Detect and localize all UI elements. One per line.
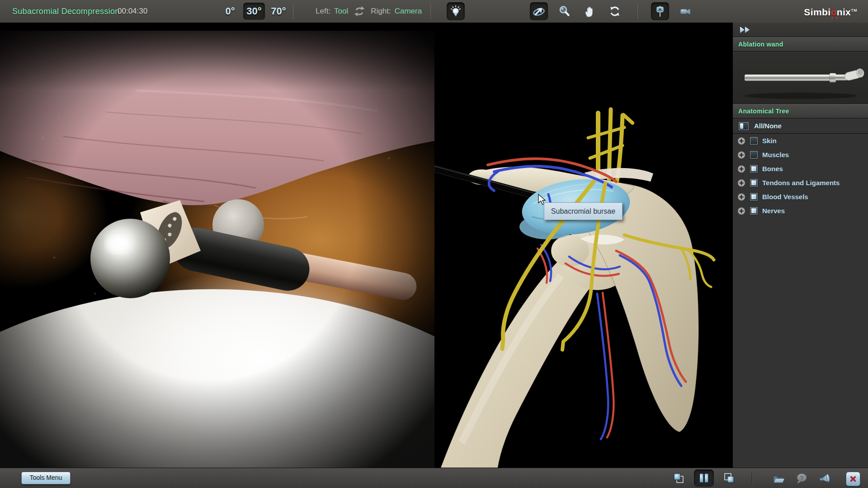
sidebar-collapse-strip bbox=[733, 23, 868, 37]
tool-panel-header: Ablation wand bbox=[733, 37, 868, 52]
anatomical-tree: All/None Skin Muscles Bones Tendons and bbox=[733, 118, 868, 218]
tree-item-label[interactable]: Tendons and Ligaments bbox=[762, 179, 840, 187]
procedure-title: Subacromial Decompression bbox=[12, 0, 120, 23]
layout-primary-left-icon[interactable] bbox=[669, 469, 689, 487]
scope-angle-0-button[interactable]: 0° bbox=[220, 3, 241, 20]
tree-item-label[interactable]: Blood Vessels bbox=[762, 193, 808, 201]
visibility-checkbox[interactable] bbox=[750, 137, 758, 145]
expand-plus-icon[interactable] bbox=[737, 179, 745, 187]
help-glyph: ? bbox=[800, 474, 804, 481]
divider bbox=[637, 4, 638, 19]
zoom-icon[interactable] bbox=[555, 2, 573, 20]
tree-item-label[interactable]: Nerves bbox=[762, 207, 785, 215]
endoscope-render bbox=[0, 23, 434, 468]
endoscopic-camera-view[interactable] bbox=[0, 23, 434, 468]
left-hand-value: Tool bbox=[334, 7, 348, 16]
divider bbox=[752, 471, 752, 485]
scope-angle-30-button[interactable]: 30° bbox=[243, 3, 265, 20]
tree-item-bones[interactable]: Bones bbox=[733, 162, 868, 176]
ablation-wand-panel bbox=[733, 52, 868, 104]
brand-logo: SimbionixTM bbox=[804, 0, 857, 23]
simulator-screen: Subacromial Decompression 00:04:30 0° 30… bbox=[0, 0, 868, 488]
divider bbox=[430, 4, 431, 19]
procedure-timer: 00:04:30 bbox=[118, 0, 147, 23]
right-sidebar: Ablation wand Anatomical Tree bbox=[732, 23, 868, 468]
expand-plus-icon[interactable] bbox=[737, 137, 745, 145]
visibility-checkbox[interactable] bbox=[750, 207, 758, 215]
expand-plus-icon[interactable] bbox=[737, 165, 745, 173]
layout-split-icon[interactable] bbox=[694, 469, 714, 487]
video-camera-icon[interactable] bbox=[676, 2, 694, 20]
tree-item-blood-vessels[interactable]: Blood Vessels bbox=[733, 190, 868, 204]
visibility-checkbox[interactable] bbox=[750, 165, 758, 173]
anatomy-render bbox=[434, 23, 732, 468]
folder-icon[interactable] bbox=[771, 471, 786, 486]
visibility-checkbox[interactable] bbox=[750, 193, 758, 201]
fast-forward-icon[interactable] bbox=[739, 26, 751, 34]
tree-item-label[interactable]: All/None bbox=[754, 122, 782, 130]
close-icon[interactable] bbox=[846, 472, 860, 486]
top-bar: Subacromial Decompression 00:04:30 0° 30… bbox=[0, 0, 868, 23]
brand-text-pre: Simbi bbox=[804, 7, 830, 17]
label-pin-icon[interactable]: A bbox=[651, 2, 669, 20]
expand-plus-icon[interactable] bbox=[737, 207, 745, 215]
bottom-bar: Tools Menu bbox=[0, 468, 868, 488]
tree-item-tendons-and-ligaments[interactable]: Tendons and Ligaments bbox=[733, 176, 868, 190]
tree-item-nerves[interactable]: Nerves bbox=[733, 204, 868, 218]
expand-plus-icon[interactable] bbox=[737, 151, 745, 159]
swap-hands-icon[interactable] bbox=[352, 4, 367, 19]
brand-o-mark: o bbox=[830, 7, 836, 17]
visibility-checkbox[interactable] bbox=[750, 151, 758, 159]
help-icon[interactable]: ? bbox=[795, 471, 809, 486]
visibility-checkbox[interactable] bbox=[750, 179, 758, 187]
anatomy-tooltip: Subacromial bursae bbox=[544, 202, 623, 220]
tools-menu-button[interactable]: Tools Menu bbox=[21, 472, 71, 484]
all-none-checkbox[interactable] bbox=[739, 122, 749, 130]
tree-item-muscles[interactable]: Muscles bbox=[733, 148, 868, 162]
pin-glyph: A bbox=[659, 7, 662, 12]
rotate-3d-icon[interactable] bbox=[530, 2, 548, 20]
hand-assignment: Left: Tool Right: Camera bbox=[316, 0, 422, 23]
right-hand-value: Camera bbox=[395, 7, 422, 16]
expand-plus-icon[interactable] bbox=[737, 193, 745, 201]
left-hand-label: Left: bbox=[316, 7, 330, 16]
tree-panel-header: Anatomical Tree bbox=[733, 104, 868, 118]
brand-tm: TM bbox=[851, 8, 857, 13]
ablation-wand-image bbox=[733, 52, 868, 103]
tree-item-all-none[interactable]: All/None bbox=[733, 118, 868, 134]
brand-text-post: nix bbox=[837, 7, 851, 17]
right-hand-label: Right: bbox=[371, 7, 391, 16]
scope-angle-70-button[interactable]: 70° bbox=[268, 3, 289, 20]
pan-hand-icon[interactable] bbox=[580, 2, 599, 20]
speaker-icon[interactable] bbox=[818, 471, 833, 486]
tree-item-label[interactable]: Muscles bbox=[762, 151, 789, 159]
reset-view-icon[interactable] bbox=[606, 2, 624, 20]
lightbulb-icon[interactable] bbox=[447, 2, 465, 20]
tree-item-skin[interactable]: Skin bbox=[733, 134, 868, 148]
tooltip-text: Subacromial bursae bbox=[551, 207, 615, 216]
tree-item-label[interactable]: Skin bbox=[762, 137, 777, 145]
layout-primary-right-icon[interactable] bbox=[719, 469, 739, 487]
divider bbox=[293, 4, 293, 19]
tree-item-label[interactable]: Bones bbox=[762, 165, 783, 173]
anatomical-3d-view[interactable]: Subacromial bursae bbox=[434, 23, 732, 468]
